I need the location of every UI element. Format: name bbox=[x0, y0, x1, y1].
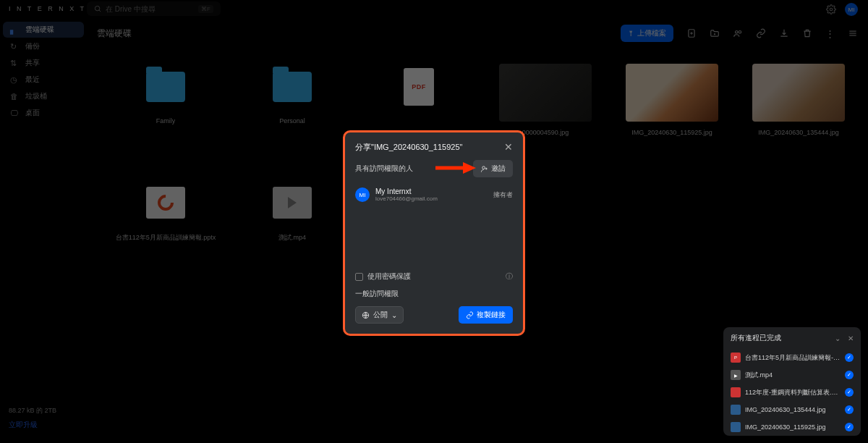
file-type-icon bbox=[731, 387, 741, 397]
collapse-icon[interactable]: ⌄ bbox=[835, 334, 841, 342]
invite-button[interactable]: 邀請 bbox=[473, 160, 513, 177]
person-role: 擁有者 bbox=[493, 190, 513, 200]
success-icon: ✓ bbox=[845, 405, 854, 414]
file-type-icon: ▶ bbox=[731, 370, 741, 380]
person-row: MI My Internxt love704466@gmail.com 擁有者 bbox=[355, 185, 513, 214]
annotation-arrow bbox=[434, 161, 477, 175]
upload-item[interactable]: IMG_20240630_135444.jpg ✓ bbox=[723, 401, 861, 418]
visibility-dropdown[interactable]: 公開 ⌄ bbox=[355, 306, 404, 324]
upload-item[interactable]: ▶ 測試.mp4 ✓ bbox=[723, 366, 861, 384]
file-name: IMG_20240630_135444.jpg bbox=[745, 406, 841, 413]
success-icon: ✓ bbox=[845, 371, 854, 379]
file-name: IMG_20240630_115925.jpg bbox=[745, 423, 841, 431]
password-checkbox[interactable] bbox=[355, 273, 363, 281]
svg-point-15 bbox=[482, 166, 485, 169]
person-name: My Internxt bbox=[375, 187, 488, 195]
copy-label: 複製鏈接 bbox=[477, 310, 506, 320]
upload-item[interactable]: P 台書112年5月新商品訓練簡報-統一窗 (we... ✓ bbox=[723, 349, 861, 366]
upload-item[interactable]: 112年度-重鋼資料判斷估算表.pdf ✓ bbox=[723, 384, 861, 401]
success-icon: ✓ bbox=[845, 353, 854, 362]
file-name: 112年度-重鋼資料判斷估算表.pdf bbox=[745, 388, 841, 397]
panel-title: 所有進程已完成 bbox=[731, 333, 781, 343]
svg-marker-14 bbox=[463, 162, 476, 174]
globe-icon bbox=[362, 311, 370, 319]
info-icon[interactable]: ⓘ bbox=[506, 271, 513, 282]
file-type-icon: P bbox=[731, 353, 741, 363]
close-button[interactable]: ✕ bbox=[504, 141, 513, 153]
success-icon: ✓ bbox=[845, 388, 854, 397]
file-type-icon bbox=[731, 422, 741, 432]
upload-item[interactable]: IMG_20240630_115925.jpg ✓ bbox=[723, 418, 861, 436]
access-label: 具有訪問權限的人 bbox=[355, 164, 413, 174]
link-icon bbox=[466, 311, 474, 319]
dialog-title: 分享"IMG_20240630_115925" bbox=[355, 142, 462, 153]
general-access-label: 一般訪問權限 bbox=[355, 286, 513, 303]
success-icon: ✓ bbox=[845, 423, 854, 431]
close-icon[interactable]: ✕ bbox=[848, 334, 854, 342]
upload-progress-panel: 所有進程已完成 ⌄ ✕ P 台書112年5月新商品訓練簡報-統一窗 (we...… bbox=[723, 327, 861, 436]
file-type-icon bbox=[731, 405, 741, 415]
file-name: 台書112年5月新商品訓練簡報-統一窗 (we... bbox=[745, 353, 841, 363]
password-label: 使用密碼保護 bbox=[367, 271, 501, 282]
person-email: love704466@gmail.com bbox=[375, 195, 488, 202]
invite-icon bbox=[480, 165, 488, 173]
copy-link-button[interactable]: 複製鏈接 bbox=[459, 306, 513, 324]
invite-label: 邀請 bbox=[491, 164, 506, 174]
person-avatar: MI bbox=[355, 187, 370, 202]
visibility-label: 公開 bbox=[373, 310, 388, 320]
chevron-down-icon: ⌄ bbox=[391, 311, 397, 319]
file-name: 測試.mp4 bbox=[745, 371, 841, 380]
